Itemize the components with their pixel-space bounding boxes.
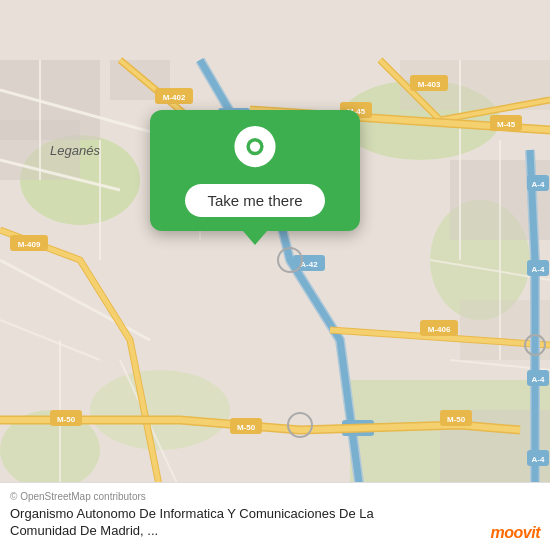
bottom-info-bar: © OpenStreetMap contributors Organismo A… — [0, 482, 550, 550]
svg-text:A-4: A-4 — [532, 455, 545, 464]
svg-text:M-50: M-50 — [237, 423, 256, 432]
map-attribution: © OpenStreetMap contributors — [10, 491, 540, 502]
map-background: M-402 M-403 M-45 M-45 A-42 A-42 A-42 — [0, 0, 550, 550]
map-container: M-402 M-403 M-45 M-45 A-42 A-42 A-42 — [0, 0, 550, 550]
svg-text:A-42: A-42 — [300, 260, 318, 269]
location-popup: Take me there — [150, 110, 360, 231]
svg-text:M-406: M-406 — [428, 325, 451, 334]
svg-text:M-403: M-403 — [418, 80, 441, 89]
svg-text:M-45: M-45 — [497, 120, 516, 129]
svg-text:A-4: A-4 — [532, 375, 545, 384]
svg-text:A-4: A-4 — [532, 180, 545, 189]
location-name: Organismo Autonomo De Informatica Y Comu… — [10, 506, 410, 540]
moovit-logo: moovit — [491, 524, 540, 542]
svg-text:M-50: M-50 — [447, 415, 466, 424]
take-me-there-button[interactable]: Take me there — [185, 184, 324, 217]
svg-text:M-402: M-402 — [163, 93, 186, 102]
svg-text:M-50: M-50 — [57, 415, 76, 424]
svg-point-66 — [250, 141, 260, 151]
svg-text:Leganés: Leganés — [50, 143, 100, 158]
location-pin-icon — [231, 126, 279, 174]
svg-text:M-409: M-409 — [18, 240, 41, 249]
svg-text:A-4: A-4 — [532, 265, 545, 274]
svg-point-5 — [90, 370, 230, 450]
moovit-brand-text: moovit — [491, 524, 540, 542]
